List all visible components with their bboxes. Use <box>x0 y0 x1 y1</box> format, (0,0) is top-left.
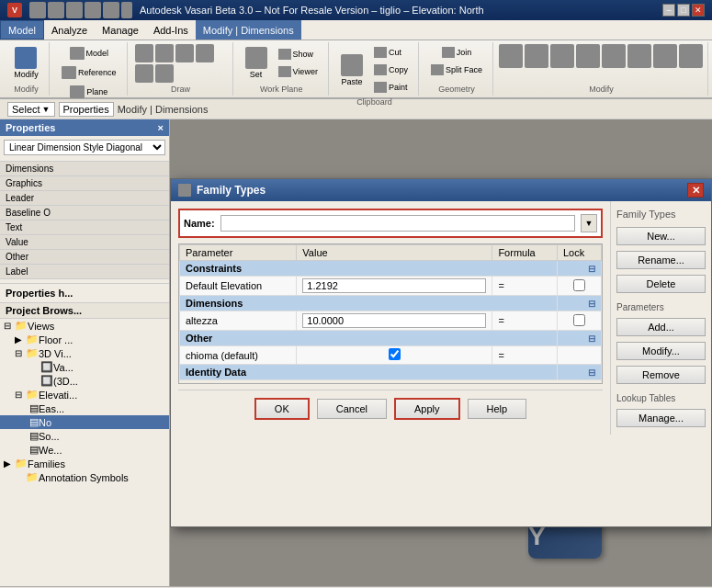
draw-tool-6[interactable] <box>155 64 174 83</box>
modify-tool-rotate[interactable] <box>627 44 651 68</box>
reference-btn[interactable]: Reference <box>57 63 121 82</box>
menu-add-ins[interactable]: Add-Ins <box>146 20 196 40</box>
qa-redo[interactable] <box>66 2 83 18</box>
rename-type-button[interactable]: Rename... <box>616 251 706 269</box>
close-button[interactable]: ✕ <box>692 4 705 17</box>
tree-south[interactable]: ▤ So... <box>0 429 169 443</box>
tree-north[interactable]: ▤ No <box>0 415 169 429</box>
minimize-button[interactable]: – <box>662 4 675 17</box>
lock-altezza[interactable] <box>573 314 585 326</box>
name-dropdown-btn[interactable]: ▼ <box>581 214 597 232</box>
delete-type-button[interactable]: Delete <box>616 275 706 293</box>
menu-manage[interactable]: Manage <box>95 20 146 40</box>
cancel-button[interactable]: Cancel <box>317 399 387 419</box>
paste-btn[interactable]: Paste <box>336 51 367 89</box>
add-param-button[interactable]: Add... <box>616 318 706 336</box>
viewer-btn[interactable]: Viewer <box>274 63 322 80</box>
modify-tool-btn[interactable]: Modify <box>9 44 43 82</box>
copy-btn[interactable]: Copy <box>369 62 413 78</box>
tree-views[interactable]: ⊟ 📁 Views <box>0 319 169 333</box>
param-chioma: chioma (default) <box>180 346 297 365</box>
modify-param-button[interactable]: Modify... <box>616 342 706 360</box>
qa-save[interactable] <box>29 2 46 18</box>
name-input[interactable] <box>220 215 575 232</box>
modify-tool-align[interactable] <box>499 44 523 68</box>
qa-sync[interactable] <box>85 2 101 18</box>
name-row: Name: ▼ <box>178 209 603 238</box>
draw-tool-1[interactable] <box>135 44 153 62</box>
manage-lookup-button[interactable]: Manage... <box>616 409 706 427</box>
table-row: Default Elevation = <box>180 277 602 296</box>
family-types-dialog: Family Types ✕ Name: ▼ <box>170 178 712 527</box>
col-formula: Formula <box>492 245 558 261</box>
ribbon-content: Modify Modify Model Reference Plane Prop… <box>0 40 712 97</box>
tree-3d[interactable]: 🔲 (3D... <box>0 374 169 388</box>
properties-body: Linear Dimension Style Diagonal <box>0 136 169 159</box>
plane-btn[interactable]: Plane <box>65 83 112 101</box>
tree-3d-label: (3D... <box>53 376 78 387</box>
ok-button[interactable]: OK <box>254 398 310 420</box>
app-icon: V <box>7 3 22 17</box>
identity-expand-btn[interactable]: ⊟ <box>588 368 595 378</box>
modify-tool-move[interactable] <box>576 44 600 68</box>
dialog-close-button[interactable]: ✕ <box>687 183 704 198</box>
section-identity-data-label: Identity Data <box>186 367 246 378</box>
set-btn[interactable]: Set <box>241 44 272 82</box>
new-type-button[interactable]: New... <box>616 227 706 245</box>
modify-tool-offset[interactable] <box>550 44 574 68</box>
value-chioma[interactable] <box>389 348 401 360</box>
constraints-expand-btn[interactable]: ⊟ <box>588 264 595 274</box>
qa-settings[interactable] <box>103 2 119 18</box>
properties-type-dropdown[interactable]: Linear Dimension Style Diagonal <box>4 140 165 155</box>
modify-tool-array[interactable] <box>679 44 703 68</box>
help-button[interactable]: Help <box>468 399 527 419</box>
modify-tool-mirror[interactable] <box>653 44 677 68</box>
tree-west[interactable]: ▤ We... <box>0 443 169 457</box>
project-browser-title: Project Brows... <box>0 303 169 319</box>
modify-tool-copy[interactable] <box>602 44 626 68</box>
model-btn[interactable]: Model <box>65 44 114 62</box>
split-face-btn[interactable]: Split Face <box>426 62 487 78</box>
tree-west-label: We... <box>39 445 62 456</box>
tree-3dv[interactable]: ⊟ 📁 3D Vi... <box>0 346 169 360</box>
ribbon-group-draw: Draw <box>130 42 233 96</box>
maximize-button[interactable]: □ <box>677 4 690 17</box>
select-dropdown[interactable]: Select ▼ <box>7 102 55 117</box>
ribbon-group-geometry: Join Split Face Geometry <box>421 42 493 96</box>
join-btn[interactable]: Join <box>437 44 477 61</box>
draw-tool-4[interactable] <box>196 44 214 62</box>
tree-annotation[interactable]: 📁 Annotation Symbols <box>0 470 169 484</box>
draw-tool-5[interactable] <box>135 64 153 83</box>
dimensions-expand-btn[interactable]: ⊟ <box>588 299 595 309</box>
tree-floor[interactable]: ▶ 📁 Floor ... <box>0 333 169 346</box>
menu-model[interactable]: Model <box>0 20 44 40</box>
folder-icon: 📁 <box>26 334 39 345</box>
menu-analyze[interactable]: Analyze <box>44 20 95 40</box>
remove-param-button[interactable]: Remove <box>616 366 706 384</box>
folder-icon: 📁 <box>26 347 39 359</box>
menu-modify-dimensions[interactable]: Modify | Dimensions <box>196 20 301 40</box>
tree-elevati[interactable]: ⊟ 📁 Elevati... <box>0 388 169 401</box>
tree-families[interactable]: ▶ 📁 Families <box>0 457 169 470</box>
draw-tool-3[interactable] <box>175 44 194 62</box>
section-other: Other ⊟ <box>180 331 602 346</box>
show-btn[interactable]: Show <box>274 46 322 62</box>
tree-east[interactable]: ▤ Eas... <box>0 401 169 415</box>
tree-3dv-label: 3D Vi... <box>39 348 72 359</box>
tree-va[interactable]: 🔲 Va... <box>0 360 169 374</box>
draw-tool-2[interactable] <box>155 44 174 62</box>
lock-default-elevation[interactable] <box>573 279 585 291</box>
qa-undo[interactable] <box>48 2 64 18</box>
ribbon-group-workplane-label: Work Plane <box>260 85 302 94</box>
modify-tool-trim[interactable] <box>525 44 548 68</box>
other-expand-btn[interactable]: ⊟ <box>588 334 595 344</box>
cut-btn[interactable]: Cut <box>369 44 413 61</box>
apply-button[interactable]: Apply <box>394 398 460 420</box>
qa-dropdown[interactable] <box>121 2 132 18</box>
value-default-elevation[interactable] <box>302 278 486 293</box>
value-altezza[interactable] <box>302 313 486 328</box>
paint-btn[interactable]: Paint <box>369 79 413 96</box>
properties-close-btn[interactable]: × <box>158 122 164 133</box>
tree-views-label: Views <box>28 321 54 332</box>
properties-dropdown[interactable]: Properties <box>59 102 114 117</box>
